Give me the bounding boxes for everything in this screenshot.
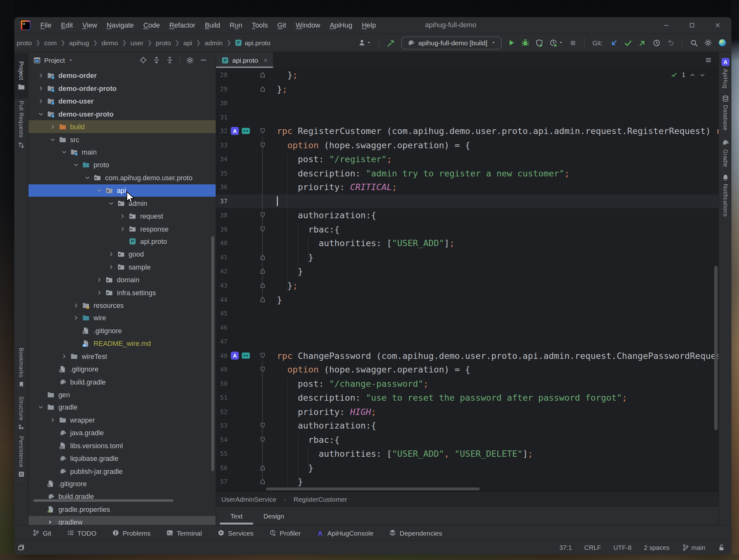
fold-start-icon[interactable] — [260, 128, 266, 134]
editor-horizontal-scrollbar[interactable] — [266, 487, 480, 490]
editor-crumb-RegisterCustomer[interactable]: RegisterCustomer — [294, 496, 347, 503]
view-tab-text[interactable]: Text — [231, 512, 243, 520]
debug-button[interactable] — [522, 39, 529, 46]
hide-panel-button[interactable] — [200, 57, 207, 64]
next-problem-button[interactable] — [700, 72, 706, 78]
tree-row-resources[interactable]: resources — [28, 299, 215, 312]
expand-all-button[interactable] — [153, 57, 160, 64]
tree-row-src[interactable]: src — [28, 133, 215, 146]
breadcrumb-proto[interactable]: proto — [16, 38, 32, 47]
tree-row-com.apihug.demo.user.proto[interactable]: com.apihug.demo.user.proto — [28, 171, 215, 184]
code-line-37[interactable]: 37 — [216, 194, 719, 208]
fold-end-icon[interactable] — [260, 72, 266, 78]
menu-view[interactable]: View — [78, 20, 102, 31]
git-commit-button[interactable] — [624, 39, 632, 47]
tree-row-build[interactable]: build — [28, 120, 215, 133]
code-line-40[interactable]: 40 authorities: ["USER_ADD"]; — [216, 236, 719, 250]
code-line-41[interactable]: 41 } — [216, 250, 719, 264]
tree-row-infra.settings[interactable]: infra.settings — [28, 286, 215, 299]
tree-row-.gitignore[interactable]: .gitignore — [28, 363, 215, 375]
stripe-pull-requests[interactable]: Pull Requests — [14, 101, 28, 148]
code-line-50[interactable]: 50 post: "/change-password"; — [216, 377, 719, 391]
project-panel-title[interactable]: Project — [44, 56, 65, 64]
tree-row-README_wire.md[interactable]: MDREADME_wire.md — [28, 337, 215, 350]
tree-row-api[interactable]: api — [28, 184, 215, 197]
settings-button[interactable] — [705, 39, 712, 46]
tree-row-demo-user[interactable]: demo-user — [28, 95, 215, 108]
menu-edit[interactable]: Edit — [57, 20, 77, 31]
tree-row-wireTest[interactable]: wireTest — [28, 350, 215, 363]
editor-vertical-scrollbar[interactable] — [714, 266, 718, 430]
toolwindow-apihugconsole[interactable]: AApiHugConsole — [316, 529, 373, 537]
code-line-52[interactable]: 52 priority: HIGH; — [216, 405, 719, 418]
fold-end-icon[interactable] — [260, 282, 266, 289]
fold-start-icon[interactable] — [260, 142, 266, 148]
profiler-button[interactable] — [550, 39, 564, 47]
stop-button[interactable] — [570, 39, 577, 46]
toolwindow-todo[interactable]: TODO — [67, 529, 96, 537]
run-configuration-select[interactable]: apihug-full-demo [build] — [401, 36, 501, 49]
code-line-31[interactable]: 31 — [216, 110, 719, 124]
breadcrumb-apihug[interactable]: apihug — [69, 38, 90, 47]
toolwindow-problems[interactable]: Problems — [112, 529, 151, 537]
tree-row-build.gradle[interactable]: build.gradle — [28, 375, 215, 388]
menu-navigate[interactable]: Navigate — [102, 20, 138, 31]
fold-start-icon[interactable] — [260, 226, 266, 233]
collapse-all-button[interactable] — [166, 57, 173, 64]
caret-position[interactable]: 37:1 — [560, 544, 572, 551]
menu-code[interactable]: Code — [139, 20, 164, 31]
locate-file-button[interactable] — [140, 57, 147, 64]
tree-horizontal-scrollbar[interactable] — [33, 500, 173, 502]
code-line-57[interactable]: 57 } — [216, 474, 719, 488]
code-line-33[interactable]: 33 option (hope.swagger.operation) = { — [216, 138, 719, 152]
toolwindow-dependencies[interactable]: Dependencies — [389, 529, 442, 537]
code-line-29[interactable]: 29}; — [216, 82, 719, 96]
code-line-49[interactable]: 49 option (hope.swagger.operation) = { — [216, 362, 719, 376]
fold-start-icon[interactable] — [260, 367, 266, 373]
breadcrumb-com[interactable]: com — [44, 38, 57, 47]
run-with-coverage-button[interactable] — [536, 39, 544, 47]
code-line-53[interactable]: 53 authorization:{ — [216, 418, 719, 432]
prev-problem-button[interactable] — [690, 72, 695, 78]
user-account-button[interactable] — [358, 39, 372, 46]
toolwindow-terminal[interactable]: Terminal — [166, 529, 202, 537]
fold-end-icon[interactable] — [260, 465, 266, 471]
tree-row-.gitignore[interactable]: .gitignore — [28, 478, 215, 490]
code-line-32[interactable]: 32Arpc RegisterCustomer (com.apihug.demo… — [216, 124, 719, 138]
fold-end-icon[interactable] — [260, 86, 266, 92]
fold-start-icon[interactable] — [260, 352, 266, 359]
tree-row-request[interactable]: request — [28, 210, 215, 222]
toolwindow-profiler[interactable]: Profiler — [269, 529, 301, 537]
tree-row-admin[interactable]: admin — [28, 197, 215, 210]
breadcrumb-api[interactable]: api — [183, 38, 192, 47]
maximize-button[interactable] — [689, 22, 695, 28]
tree-row-java.gradle[interactable]: java.gradle — [28, 426, 215, 439]
menu-refactor[interactable]: Refactor — [165, 20, 199, 31]
code-line-56[interactable]: 56 } — [216, 460, 719, 474]
code-line-44[interactable]: 44} — [216, 292, 719, 306]
code-line-39[interactable]: 39 rbac:{ — [216, 222, 719, 236]
fold-start-icon[interactable] — [260, 423, 266, 429]
inspection-widget[interactable]: 1 — [671, 71, 705, 79]
chevron-down-icon[interactable] — [68, 58, 73, 62]
code-line-51[interactable]: 51 description: "use to reset the passwo… — [216, 391, 719, 405]
view-tab-design[interactable]: Design — [264, 512, 284, 520]
git-update-button[interactable] — [610, 39, 618, 47]
history-button[interactable] — [652, 39, 661, 47]
code-line-48[interactable]: 48Arpc ChangePassword (com.apihug.demo.u… — [216, 348, 719, 362]
code-editor[interactable]: 28 };29};303132Arpc RegisterCustomer (co… — [216, 68, 719, 492]
menu-apihug[interactable]: ApiHug — [325, 20, 356, 31]
menu-git[interactable]: Git — [273, 20, 291, 31]
search-everywhere-button[interactable] — [690, 39, 699, 47]
code-line-30[interactable]: 30 — [216, 96, 719, 110]
tree-row-demo-order[interactable]: demo-order — [28, 69, 215, 82]
fold-end-icon[interactable] — [260, 478, 266, 485]
code-line-36[interactable]: 36 priority: CRITICAL; — [216, 180, 719, 194]
breadcrumb-proto[interactable]: proto — [155, 38, 172, 47]
breadcrumb-file[interactable]: Papi.proto — [235, 39, 270, 46]
close-button[interactable] — [714, 22, 721, 28]
toolwindow-services[interactable]: Services — [217, 529, 254, 537]
stripe-notifications[interactable]: Notifications — [719, 174, 731, 217]
tree-row-demo-user-proto[interactable]: demo-user-proto — [28, 108, 215, 120]
menu-tools[interactable]: Tools — [248, 20, 272, 31]
